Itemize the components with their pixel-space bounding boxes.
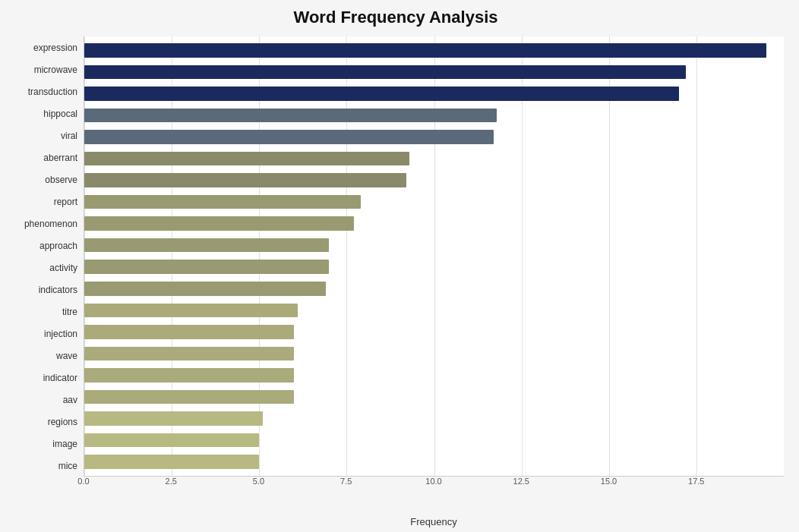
bars-and-grid	[84, 36, 784, 477]
y-label: injection	[8, 329, 77, 338]
y-label: mice	[8, 461, 77, 471]
bar-row	[84, 321, 784, 343]
x-tick-label: 5.0	[253, 477, 264, 486]
bar	[84, 411, 263, 426]
bar	[84, 65, 686, 80]
y-labels: expressionmicrowavetransductionhippocalv…	[8, 36, 84, 477]
y-label: aav	[8, 395, 77, 405]
bar	[84, 260, 329, 274]
bar-row	[84, 430, 784, 452]
x-tick-label: 10.0	[425, 477, 441, 486]
x-tick-label: 17.5	[688, 477, 704, 486]
bar-row	[84, 235, 784, 257]
bar	[84, 152, 409, 166]
chart-container: Word Frequency Analysis expressionmicrow…	[0, 0, 799, 532]
bar	[84, 347, 294, 361]
x-tick-label: 2.5	[166, 477, 177, 486]
x-tick-label: 7.5	[340, 477, 352, 486]
chart-area: expressionmicrowavetransductionhippocalv…	[8, 36, 784, 477]
bar	[84, 368, 294, 382]
bar-row	[84, 191, 784, 213]
y-label: indicator	[8, 373, 77, 382]
bar-row	[84, 39, 784, 61]
y-label: microwave	[8, 65, 77, 74]
bar-row	[84, 212, 784, 235]
bar	[84, 173, 406, 187]
x-axis-ticks: 0.02.55.07.510.012.515.017.5	[84, 477, 784, 499]
bars-wrapper	[84, 36, 784, 476]
bar	[84, 282, 326, 296]
y-label: aberrant	[8, 153, 77, 162]
x-tick-label: 0.0	[77, 477, 89, 486]
y-label: observe	[8, 175, 77, 184]
y-label: hippocal	[8, 109, 77, 118]
y-label: approach	[8, 241, 77, 250]
bar-row	[84, 408, 784, 430]
bar	[84, 304, 298, 318]
bar	[84, 325, 294, 339]
bar-row	[84, 364, 784, 386]
bar-row	[84, 300, 784, 322]
x-tick-label: 15.0	[601, 477, 617, 486]
bar-row	[84, 451, 784, 473]
bar-row	[84, 61, 784, 83]
y-label: viral	[8, 131, 77, 140]
y-label: report	[8, 197, 77, 206]
bar-row	[84, 343, 784, 365]
bar	[84, 43, 766, 58]
y-label: regions	[8, 417, 77, 427]
y-label: phenomenon	[8, 219, 77, 228]
bar	[84, 216, 354, 231]
bar-row	[84, 386, 784, 408]
bar	[84, 109, 497, 123]
bar	[84, 238, 329, 253]
bar-row	[84, 148, 784, 170]
bar-row	[84, 278, 784, 300]
y-label: image	[8, 439, 77, 449]
x-tick-label: 12.5	[513, 477, 529, 486]
bar	[84, 87, 679, 101]
bar	[84, 130, 494, 144]
bar	[84, 195, 361, 209]
bar-row	[84, 169, 784, 191]
y-label: indicators	[8, 285, 77, 294]
bar-row	[84, 126, 784, 148]
chart-title: Word Frequency Analysis	[8, 8, 784, 27]
bar	[84, 455, 259, 469]
bar	[84, 433, 259, 448]
x-axis-title: Frequency	[84, 516, 784, 527]
bar	[84, 390, 294, 405]
y-label: expression	[8, 43, 77, 52]
bar-row	[84, 256, 784, 278]
y-label: wave	[8, 351, 77, 360]
bar-row	[84, 105, 784, 127]
y-label: transduction	[8, 87, 77, 96]
y-label: titre	[8, 307, 77, 316]
y-label: activity	[8, 263, 77, 272]
bar-row	[84, 83, 784, 105]
